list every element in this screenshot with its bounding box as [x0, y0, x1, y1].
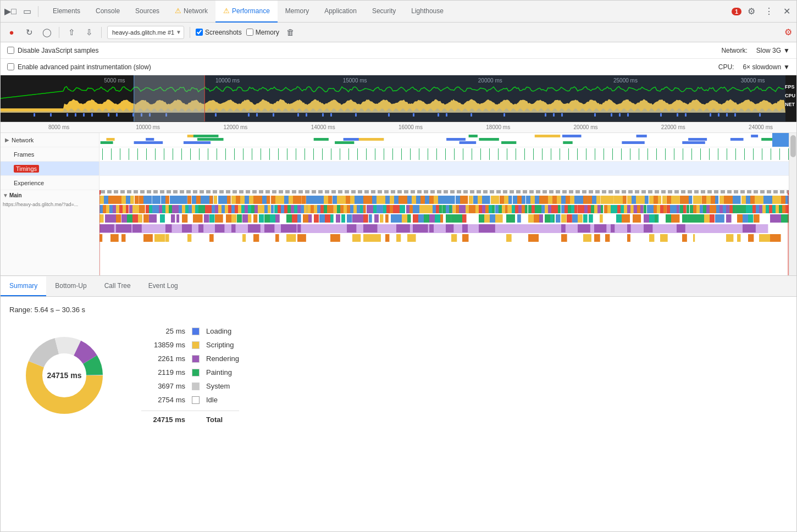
- main-thread-content[interactable]: [99, 190, 789, 275]
- close-devtools-button[interactable]: ✕: [779, 4, 794, 19]
- network-track-name[interactable]: ▶ Network: [1, 133, 99, 147]
- tab-bottom-up[interactable]: Bottom-Up: [46, 276, 95, 296]
- bottom-panel: Summary Bottom-Up Call Tree Event Log Ra…: [1, 276, 796, 531]
- screenshots-checkbox-group[interactable]: Screenshots: [196, 29, 242, 36]
- upload-button[interactable]: ⇧: [65, 26, 78, 39]
- memory-label: Memory: [256, 29, 279, 36]
- legend-row-scripting: 13859 ms Scripting: [141, 341, 239, 349]
- advanced-paint-label: Enable advanced paint instrumentation (s…: [18, 63, 151, 71]
- network-expand-arrow[interactable]: ▶: [5, 137, 9, 143]
- tab-performance-label: Performance: [232, 7, 270, 15]
- tab-bottom-up-label: Bottom-Up: [55, 282, 86, 290]
- tab-sources[interactable]: Sources: [128, 1, 167, 23]
- trash-button[interactable]: 🗑: [284, 26, 297, 39]
- tab-console[interactable]: Console: [88, 1, 128, 23]
- tracks-area: ▶ Network Frames: [1, 133, 796, 275]
- main-thread-track: ▼ Main https://heavy-ads.glitch.me/?ad=.…: [1, 190, 789, 275]
- cpu-label: CPU:: [718, 63, 734, 71]
- timeline-scrollbar[interactable]: [789, 133, 796, 275]
- timeline-detail: 8000 ms 10000 ms 12000 ms 14000 ms 16000…: [1, 122, 796, 276]
- settings-gear-icon[interactable]: ⚙: [784, 27, 792, 37]
- main-thread-expand[interactable]: ▼ Main: [3, 192, 22, 198]
- clear-button[interactable]: ◯: [40, 26, 53, 39]
- timeline-overview[interactable]: FPS CPU NET: [1, 75, 796, 122]
- cpu-label-overview: CPU: [785, 93, 795, 98]
- main-thread-canvas: [99, 190, 789, 275]
- tab-application[interactable]: Application: [317, 1, 364, 23]
- profile-select-arrow: ▼: [176, 29, 181, 35]
- frames-track-name[interactable]: Frames: [1, 147, 99, 161]
- network-track-canvas: [99, 133, 789, 147]
- tab-call-tree[interactable]: Call Tree: [96, 276, 140, 296]
- settings-row-2: Enable advanced paint instrumentation (s…: [1, 59, 796, 75]
- experience-track-name[interactable]: Experience: [1, 176, 99, 190]
- timings-track: Timings: [1, 162, 789, 176]
- net-label: NET: [785, 102, 795, 107]
- profile-select-wrap[interactable]: heavy-ads.glitch.me #1 ▼: [107, 26, 184, 39]
- network-track-label: Network: [12, 137, 34, 143]
- disable-js-label: Disable JavaScript samples: [18, 47, 98, 54]
- main-thread-track-name[interactable]: ▼ Main https://heavy-ads.glitch.me/?ad=.…: [1, 190, 99, 275]
- device-toolbar-button[interactable]: ▭: [19, 4, 35, 19]
- tab-event-log-label: Event Log: [148, 282, 178, 290]
- experience-track-content: [99, 176, 789, 190]
- legend-total-swatch: [192, 416, 200, 424]
- network-settings: Network: Slow 3G ▼: [721, 47, 790, 54]
- legend-scripting-swatch: [192, 341, 200, 349]
- cpu-throttle-value: 6× slowdown: [743, 63, 781, 71]
- tab-console-label: Console: [96, 7, 120, 15]
- performance-toolbar: ● ↻ ◯ ⇧ ⇩ heavy-ads.glitch.me #1 ▼ Scree…: [1, 23, 796, 42]
- tab-summary-label: Summary: [9, 282, 37, 290]
- legend-loading-swatch: [192, 328, 200, 335]
- advanced-paint-checkbox[interactable]: [7, 63, 14, 70]
- timings-track-content: [99, 162, 789, 175]
- tab-memory[interactable]: Memory: [278, 1, 317, 23]
- performance-warn-icon: ⚠: [223, 7, 230, 15]
- download-button[interactable]: ⇩: [82, 26, 96, 39]
- profile-url: heavy-ads.glitch.me #1: [112, 29, 176, 36]
- more-options-button[interactable]: ⋮: [761, 4, 777, 19]
- legend-idle-swatch: [192, 396, 200, 404]
- legend-idle-label: Idle: [206, 396, 218, 404]
- tab-security[interactable]: Security: [364, 1, 403, 23]
- legend-row-system: 3697 ms System: [141, 382, 239, 390]
- tracks-list: ▶ Network Frames: [1, 133, 789, 275]
- toolbar-sep-1: [59, 27, 59, 38]
- legend-scripting-label: Scripting: [206, 341, 234, 349]
- legend-system-value: 3697 ms: [141, 382, 185, 390]
- legend-rendering-swatch: [192, 355, 200, 363]
- disable-js-setting[interactable]: Disable JavaScript samples: [7, 47, 98, 54]
- frames-track-content: [99, 147, 789, 161]
- record-button[interactable]: ●: [5, 26, 18, 39]
- tab-elements[interactable]: Elements: [45, 1, 88, 23]
- main-thread-label: Main: [9, 192, 22, 198]
- tab-memory-label: Memory: [285, 7, 309, 15]
- tab-lighthouse[interactable]: Lighthouse: [403, 1, 451, 23]
- tab-bar-separator: [38, 6, 38, 17]
- tab-security-label: Security: [372, 7, 396, 15]
- main-thread-url: https://heavy-ads.glitch.me/?ad=...: [3, 202, 78, 207]
- disable-js-checkbox[interactable]: [7, 47, 14, 54]
- network-throttle-select[interactable]: Slow 3G ▼: [756, 47, 790, 54]
- cpu-throttle-select[interactable]: 6× slowdown ▼: [743, 63, 790, 71]
- memory-checkbox-group[interactable]: Memory: [246, 29, 279, 36]
- network-warn-icon: ⚠: [175, 7, 181, 15]
- legend-row-total: 24715 ms Total: [141, 411, 239, 424]
- track-labels-right: FPS CPU NET: [785, 84, 795, 107]
- tab-event-log[interactable]: Event Log: [140, 276, 187, 296]
- main-expand-arrow[interactable]: ▼: [3, 192, 8, 198]
- timings-track-name[interactable]: Timings: [1, 162, 99, 175]
- reload-record-button[interactable]: ↻: [23, 26, 36, 39]
- inspect-element-button[interactable]: ▶□: [3, 4, 18, 19]
- tab-summary[interactable]: Summary: [1, 276, 46, 296]
- legend-scripting-value: 13859 ms: [141, 341, 185, 349]
- memory-checkbox[interactable]: [246, 29, 253, 36]
- legend-total-label: Total: [206, 415, 223, 424]
- tab-network[interactable]: ⚠ Network: [167, 1, 215, 23]
- advanced-paint-setting[interactable]: Enable advanced paint instrumentation (s…: [7, 63, 151, 71]
- tab-performance[interactable]: ⚠ Performance: [215, 1, 278, 23]
- scrollbar-thumb[interactable]: [790, 135, 796, 157]
- settings-button[interactable]: ⚙: [744, 4, 759, 19]
- toolbar-sep-3: [190, 27, 190, 38]
- screenshots-checkbox[interactable]: [196, 29, 203, 36]
